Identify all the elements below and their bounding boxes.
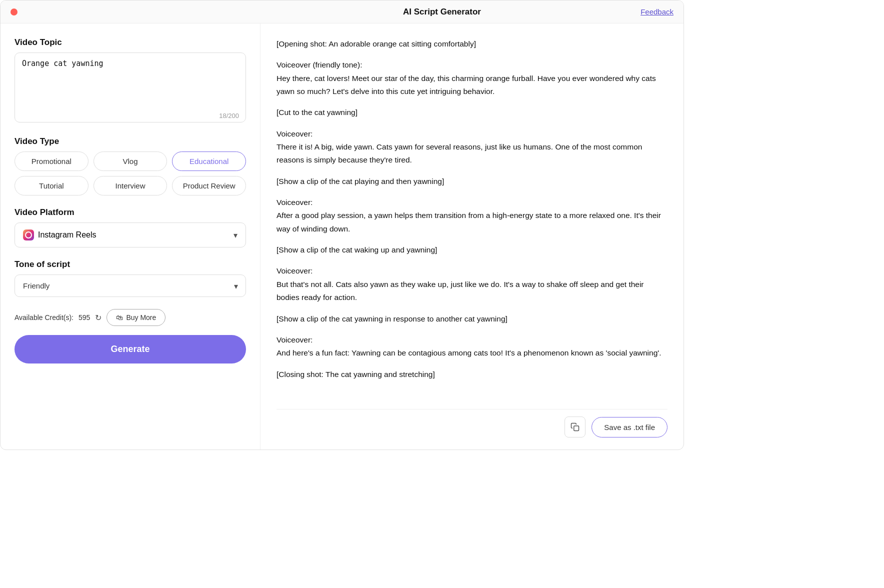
refresh-icon[interactable]: ↻ (95, 313, 102, 322)
video-platform-section: Video Platform Instagram Reels (14, 208, 246, 248)
main-content: Video Topic Orange cat yawning 18/200 Vi… (0, 24, 684, 450)
video-topic-label: Video Topic (14, 38, 246, 48)
type-btn-vlog[interactable]: Vlog (94, 152, 168, 171)
video-platform-label: Video Platform (14, 208, 246, 218)
script-line-6: Voiceover:After a good play session, a y… (276, 196, 664, 236)
script-line-1: [Opening shot: An adorable orange cat si… (276, 38, 664, 50)
right-panel: [Opening shot: An adorable orange cat si… (260, 24, 684, 450)
svg-rect-0 (574, 426, 579, 431)
generate-button[interactable]: Generate (14, 335, 246, 364)
app-title: AI Script Generator (403, 7, 481, 17)
script-line-4: Voiceover:There it is! A big, wide yawn.… (276, 128, 664, 167)
close-button[interactable] (10, 8, 18, 16)
script-line-5: [Show a clip of the cat playing and then… (276, 175, 664, 188)
credits-label: Available Credit(s): (14, 314, 74, 322)
script-output: [Opening shot: An adorable orange cat si… (276, 38, 668, 409)
type-btn-educational[interactable]: Educational (172, 152, 246, 171)
title-bar-left (10, 8, 18, 16)
tone-select[interactable]: Friendly Professional Casual Humorous Se… (14, 274, 246, 297)
buy-more-label: Buy More (126, 314, 156, 322)
instagram-icon (23, 230, 34, 240)
type-btn-promotional[interactable]: Promotional (14, 152, 88, 171)
char-count: 18/200 (219, 112, 239, 120)
platform-value: Instagram Reels (38, 230, 96, 240)
video-type-label: Video Type (14, 136, 246, 146)
script-line-11: [Closing shot: The cat yawning and stret… (276, 368, 664, 381)
tone-select-wrapper: Friendly Professional Casual Humorous Se… (14, 274, 246, 297)
copy-icon-button[interactable] (564, 416, 586, 438)
save-txt-button[interactable]: Save as .txt file (592, 417, 668, 438)
credits-row: Available Credit(s): 595 ↻ 🛍 Buy More (14, 309, 246, 326)
buy-more-icon: 🛍 (116, 314, 123, 322)
script-line-10: Voiceover:And here's a fun fact: Yawning… (276, 334, 664, 360)
bottom-section: Available Credit(s): 595 ↻ 🛍 Buy More Ge… (14, 309, 246, 364)
type-btn-product-review[interactable]: Product Review (172, 176, 246, 196)
tone-section: Tone of script Friendly Professional Cas… (14, 260, 246, 297)
topic-textarea[interactable]: Orange cat yawning (14, 52, 246, 122)
type-btn-interview[interactable]: Interview (94, 176, 168, 196)
script-line-7: [Show a clip of the cat waking up and ya… (276, 244, 664, 256)
video-type-grid: Promotional Vlog Educational Tutorial In… (14, 152, 246, 196)
right-footer: Save as .txt file (276, 409, 668, 438)
feedback-link[interactable]: Feedback (640, 8, 674, 16)
type-btn-tutorial[interactable]: Tutorial (14, 176, 88, 196)
script-line-2: Voiceover (friendly tone):Hey there, cat… (276, 58, 664, 98)
script-line-8: Voiceover:But that's not all. Cats also … (276, 264, 664, 304)
textarea-wrapper: Orange cat yawning 18/200 (14, 52, 246, 124)
script-line-3: [Cut to the cat yawning] (276, 106, 664, 119)
title-bar: AI Script Generator Feedback (0, 0, 684, 24)
video-topic-section: Video Topic Orange cat yawning 18/200 (14, 38, 246, 124)
buy-more-button[interactable]: 🛍 Buy More (106, 309, 166, 326)
platform-select-wrapper[interactable]: Instagram Reels (14, 222, 246, 248)
credits-value: 595 (78, 314, 90, 322)
left-panel: Video Topic Orange cat yawning 18/200 Vi… (0, 24, 260, 450)
video-type-section: Video Type Promotional Vlog Educational … (14, 136, 246, 196)
script-line-9: [Show a clip of the cat yawning in respo… (276, 312, 664, 326)
tone-label: Tone of script (14, 260, 246, 270)
